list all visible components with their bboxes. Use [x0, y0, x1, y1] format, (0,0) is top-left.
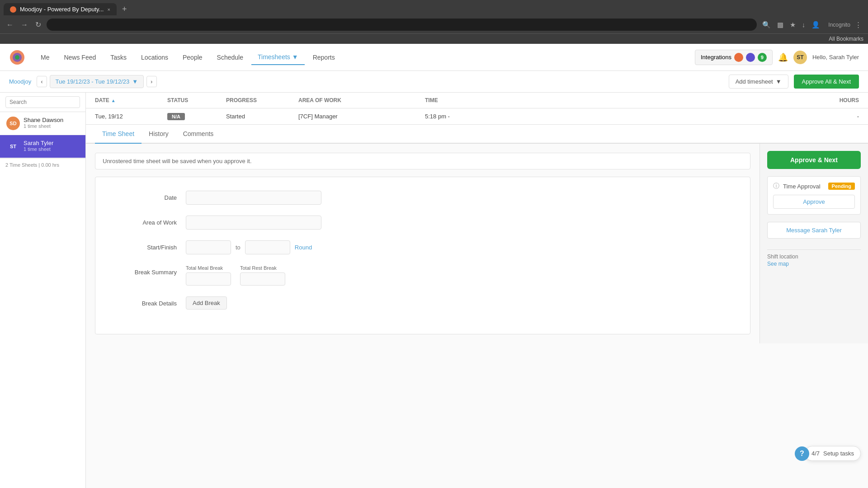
- nav-news-feed[interactable]: News Feed: [57, 50, 102, 65]
- cell-progress: Started: [226, 113, 298, 120]
- finish-time-input[interactable]: [245, 240, 290, 254]
- app-nav: Me News Feed Tasks Locations People Sche…: [34, 50, 695, 65]
- content-area: Date ▲ Status Progress Area of Work Time…: [86, 93, 868, 488]
- integration-dot-1: [734, 53, 743, 62]
- total-rest-break-label: Total Rest Break: [240, 265, 285, 271]
- new-tab-button[interactable]: +: [118, 3, 131, 16]
- meal-break-group: Total Meal Break: [186, 265, 231, 286]
- nav-schedule[interactable]: Schedule: [211, 50, 250, 65]
- cell-area: [7CF] Manager: [298, 113, 425, 120]
- user-avatar: ST: [793, 51, 807, 64]
- info-icon: ⓘ: [773, 182, 779, 190]
- date-range-picker[interactable]: Tue 19/12/23 - Tue 19/12/23 ▼: [50, 75, 144, 88]
- break-inputs: Total Meal Break Total Rest Break: [186, 265, 285, 286]
- rest-break-group: Total Rest Break: [240, 265, 285, 286]
- app-toolbar: Moodjoy ‹ Tue 19/12/23 - Tue 19/12/23 ▼ …: [0, 71, 868, 93]
- approve-all-next-button[interactable]: Approve All & Next: [794, 75, 859, 89]
- col-progress: Progress: [226, 97, 298, 103]
- incognito-label: Incognito: [828, 22, 850, 28]
- header-right: Integrations 9 🔔 ST Hello, Sarah Tyler: [695, 50, 859, 65]
- nav-people[interactable]: People: [176, 50, 209, 65]
- reload-button[interactable]: ↻: [33, 19, 43, 31]
- sidebar-item-shane-dawson[interactable]: SD Shane Dawson 1 time sheet: [0, 112, 85, 135]
- sidebar-footer: 2 Time Sheets | 0.00 hrs: [0, 158, 85, 171]
- integrations-button[interactable]: Integrations 9: [695, 50, 773, 65]
- approve-next-button[interactable]: Approve & Next: [767, 151, 861, 169]
- add-break-button[interactable]: Add Break: [186, 296, 227, 310]
- round-button[interactable]: Round: [295, 244, 312, 251]
- tab-close-button[interactable]: ×: [107, 7, 110, 12]
- sarah-name: Sarah Tyler: [24, 140, 79, 146]
- nav-reports[interactable]: Reports: [307, 50, 341, 65]
- rest-break-input[interactable]: [240, 272, 285, 286]
- cell-status: N/A: [167, 113, 226, 120]
- see-map-link[interactable]: See map: [767, 261, 789, 267]
- table-row[interactable]: Tue, 19/12 N/A Started [7CF] Manager 5:1…: [86, 108, 868, 125]
- tab-history[interactable]: History: [142, 125, 176, 144]
- search-icon[interactable]: 🔍: [760, 19, 773, 31]
- timesheets-dropdown-icon: ▼: [292, 53, 298, 61]
- form-row-date: Date Tue 19/12/23: [113, 191, 732, 205]
- date-next-button[interactable]: ›: [146, 76, 156, 87]
- meal-break-input[interactable]: [186, 272, 231, 286]
- nav-locations[interactable]: Locations: [135, 50, 175, 65]
- sidebar-search-container: [0, 93, 85, 112]
- sidebar-item-sarah-tyler[interactable]: ST Sarah Tyler 1 time sheet: [0, 135, 85, 158]
- to-label: to: [236, 244, 241, 251]
- shane-sub: 1 time sheet: [24, 123, 79, 129]
- approve-button[interactable]: Approve: [773, 195, 855, 209]
- date-range-dropdown-icon: ▼: [132, 78, 138, 85]
- table-header: Date ▲ Status Progress Area of Work Time…: [86, 93, 868, 108]
- time-approval-box: ⓘ Time Approval Pending Approve: [767, 176, 861, 215]
- breadcrumb-moodjoy[interactable]: Moodjoy: [9, 78, 31, 85]
- profile-icon[interactable]: 👤: [810, 19, 822, 31]
- cell-time: 5:18 pm -: [425, 113, 515, 120]
- tab-favicon: [10, 6, 16, 13]
- add-timesheet-dropdown-icon: ▼: [776, 78, 782, 85]
- cast-icon[interactable]: ▩: [775, 19, 785, 31]
- nav-tasks[interactable]: Tasks: [104, 50, 133, 65]
- cell-date: Tue, 19/12: [95, 113, 167, 120]
- nav-timesheets[interactable]: Timesheets ▼: [251, 50, 305, 65]
- notification-button[interactable]: 🔔: [778, 52, 788, 62]
- browser-nav: ← → ↻ 7cf47d19112152.na.deputy.com/#appr…: [0, 16, 868, 33]
- download-icon[interactable]: ↓: [800, 19, 807, 30]
- user-greeting: Hello, Sarah Tyler: [812, 54, 859, 61]
- main-layout: SD Shane Dawson 1 time sheet ST Sarah Ty…: [0, 93, 868, 488]
- app-header: Me News Feed Tasks Locations People Sche…: [0, 44, 868, 71]
- date-prev-button[interactable]: ‹: [37, 76, 47, 87]
- break-summary-label: Break Summary: [113, 265, 186, 276]
- bookmark-icon[interactable]: ★: [788, 19, 797, 31]
- date-input[interactable]: Tue 19/12/23: [186, 191, 321, 205]
- start-time-input[interactable]: [186, 240, 231, 254]
- back-button[interactable]: ←: [5, 19, 15, 31]
- forward-button[interactable]: →: [19, 19, 30, 31]
- col-status: Status: [167, 97, 226, 103]
- tab-title: Moodjoy - Powered By Deputy...: [20, 6, 104, 13]
- start-finish-inputs: to Round: [186, 240, 321, 254]
- date-navigation: ‹ Tue 19/12/23 - Tue 19/12/23 ▼ ›: [37, 75, 156, 88]
- add-timesheet-button[interactable]: Add timesheet ▼: [729, 75, 788, 89]
- setup-tasks-label: Setup tasks: [823, 450, 854, 457]
- message-button[interactable]: Message Sarah Tyler: [767, 222, 861, 239]
- date-label: Date: [113, 191, 186, 201]
- tab-comments[interactable]: Comments: [176, 125, 221, 144]
- area-of-work-select[interactable]: [186, 216, 321, 230]
- app-logo: [9, 49, 25, 66]
- setup-tasks-widget[interactable]: 4/7 Setup tasks: [805, 446, 861, 461]
- browser-tab[interactable]: Moodjoy - Powered By Deputy... ×: [4, 3, 117, 15]
- pending-badge: Pending: [828, 183, 855, 190]
- tab-time-sheet[interactable]: Time Sheet: [95, 125, 142, 144]
- form-and-panel: Unrostered time sheet will be saved when…: [86, 144, 868, 343]
- bookmarks-bar: All Bookmarks: [0, 33, 868, 44]
- nav-me[interactable]: Me: [34, 50, 56, 65]
- menu-icon[interactable]: ⋮: [853, 19, 863, 31]
- sarah-avatar: ST: [6, 140, 20, 153]
- unrostered-notice: Unrostered time sheet will be saved when…: [95, 153, 750, 169]
- address-bar[interactable]: 7cf47d19112152.na.deputy.com/#approve: [47, 19, 757, 31]
- area-of-work-control: [186, 216, 321, 230]
- search-input[interactable]: [5, 96, 80, 108]
- time-approval-header: ⓘ Time Approval Pending: [773, 182, 855, 190]
- setup-tasks-progress: 4/7: [811, 450, 820, 457]
- help-button[interactable]: ?: [795, 446, 809, 461]
